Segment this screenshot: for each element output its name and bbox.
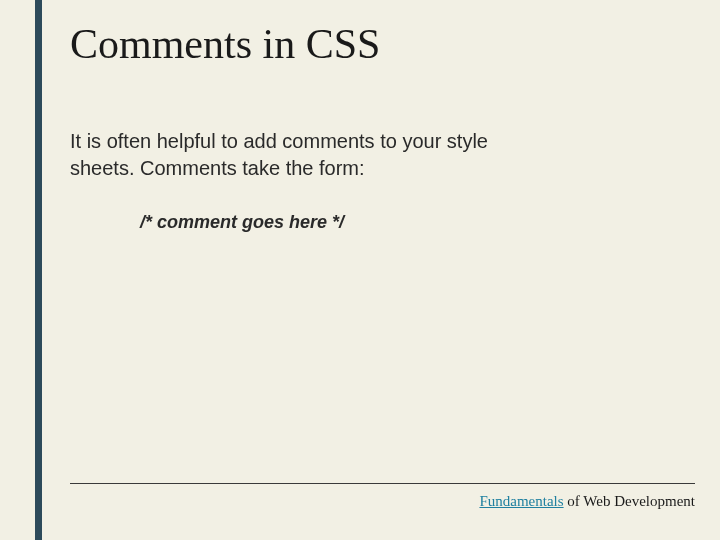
footer-link: Fundamentals: [479, 493, 563, 509]
footer-divider: [70, 483, 695, 484]
footer-rest: of Web Development: [564, 493, 695, 509]
slide-content: Comments in CSS It is often helpful to a…: [70, 20, 680, 233]
slide-title: Comments in CSS: [70, 20, 680, 68]
code-example: /* comment goes here */: [140, 212, 680, 233]
accent-bar: [35, 0, 42, 540]
footer-text: Fundamentals of Web Development: [479, 493, 695, 510]
body-text: It is often helpful to add comments to y…: [70, 128, 530, 182]
